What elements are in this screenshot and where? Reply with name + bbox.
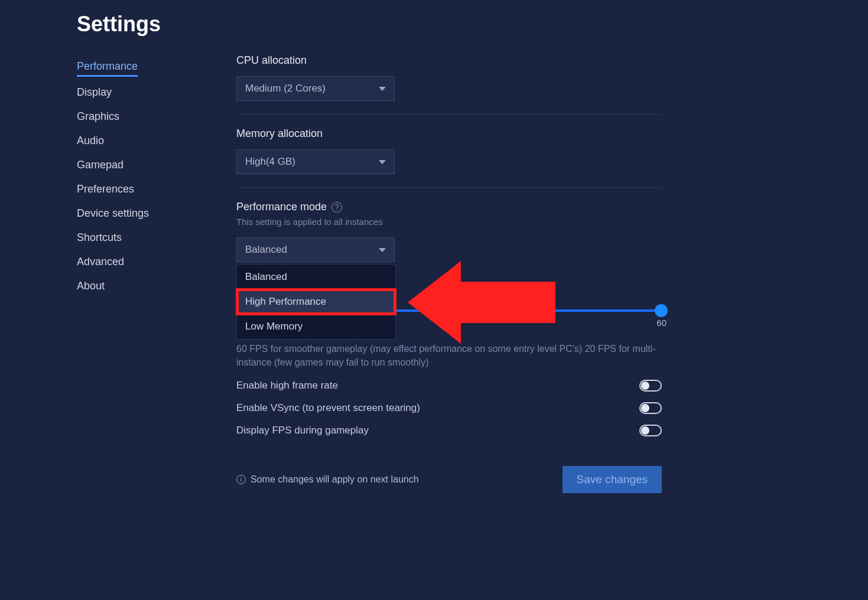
fps-slider-max-label: 60 bbox=[656, 318, 667, 328]
chevron-down-icon bbox=[379, 248, 386, 252]
memory-allocation-value: High(4 GB) bbox=[245, 156, 295, 168]
performance-mode-value: Balanced bbox=[245, 244, 287, 256]
sidebar-item-display[interactable]: Display bbox=[77, 80, 177, 105]
performance-mode-sublabel: This setting is applied to all instances bbox=[236, 217, 662, 227]
sidebar-item-shortcuts[interactable]: Shortcuts bbox=[77, 226, 177, 250]
performance-mode-option-high-performance[interactable]: High Performance bbox=[237, 289, 395, 314]
footer-note-text: Some changes will apply on next launch bbox=[251, 474, 419, 485]
cpu-allocation-value: Medium (2 Cores) bbox=[245, 83, 326, 94]
performance-mode-label: Performance mode ? bbox=[236, 201, 662, 213]
sidebar-item-performance[interactable]: Performance bbox=[77, 54, 138, 77]
performance-mode-options: Balanced High Performance Low Memory bbox=[236, 264, 396, 340]
recommended-fps-body: 60 FPS for smoother gameplay (may effect… bbox=[236, 342, 662, 369]
sidebar-item-audio[interactable]: Audio bbox=[77, 129, 177, 153]
sidebar-item-graphics[interactable]: Graphics bbox=[77, 105, 177, 129]
enable-vsync-toggle[interactable] bbox=[639, 402, 662, 414]
info-icon: i bbox=[236, 475, 246, 484]
enable-high-frame-rate-toggle[interactable] bbox=[639, 380, 662, 392]
chevron-down-icon bbox=[379, 87, 386, 91]
display-fps-toggle[interactable] bbox=[639, 425, 662, 436]
cpu-allocation-dropdown[interactable]: Medium (2 Cores) bbox=[236, 76, 395, 101]
page-title: Settings bbox=[77, 12, 791, 37]
sidebar-item-about[interactable]: About bbox=[77, 274, 177, 298]
sidebar-item-gamepad[interactable]: Gamepad bbox=[77, 153, 177, 177]
performance-mode-label-text: Performance mode bbox=[236, 201, 327, 213]
sidebar-item-device-settings[interactable]: Device settings bbox=[77, 201, 177, 226]
performance-mode-option-low-memory[interactable]: Low Memory bbox=[237, 314, 395, 339]
footer-note: i Some changes will apply on next launch bbox=[236, 474, 419, 485]
settings-sidebar: Performance Display Graphics Audio Gamep… bbox=[77, 54, 177, 519]
save-changes-button[interactable]: Save changes bbox=[563, 466, 662, 493]
chevron-down-icon bbox=[379, 160, 386, 164]
help-icon[interactable]: ? bbox=[331, 202, 342, 213]
sidebar-item-preferences[interactable]: Preferences bbox=[77, 177, 177, 201]
memory-allocation-dropdown[interactable]: High(4 GB) bbox=[236, 149, 395, 174]
main-panel: CPU allocation Medium (2 Cores) Memory a… bbox=[236, 54, 662, 519]
fps-slider-thumb[interactable] bbox=[655, 304, 668, 317]
performance-mode-dropdown[interactable]: Balanced Balanced High Performance Low M… bbox=[236, 237, 395, 262]
enable-vsync-label: Enable VSync (to prevent screen tearing) bbox=[236, 402, 420, 414]
performance-mode-option-balanced[interactable]: Balanced bbox=[237, 265, 395, 289]
memory-allocation-label: Memory allocation bbox=[236, 128, 662, 140]
enable-high-frame-rate-label: Enable high frame rate bbox=[236, 380, 338, 392]
display-fps-label: Display FPS during gameplay bbox=[236, 425, 369, 436]
cpu-allocation-label: CPU allocation bbox=[236, 54, 662, 67]
sidebar-item-advanced[interactable]: Advanced bbox=[77, 250, 177, 274]
